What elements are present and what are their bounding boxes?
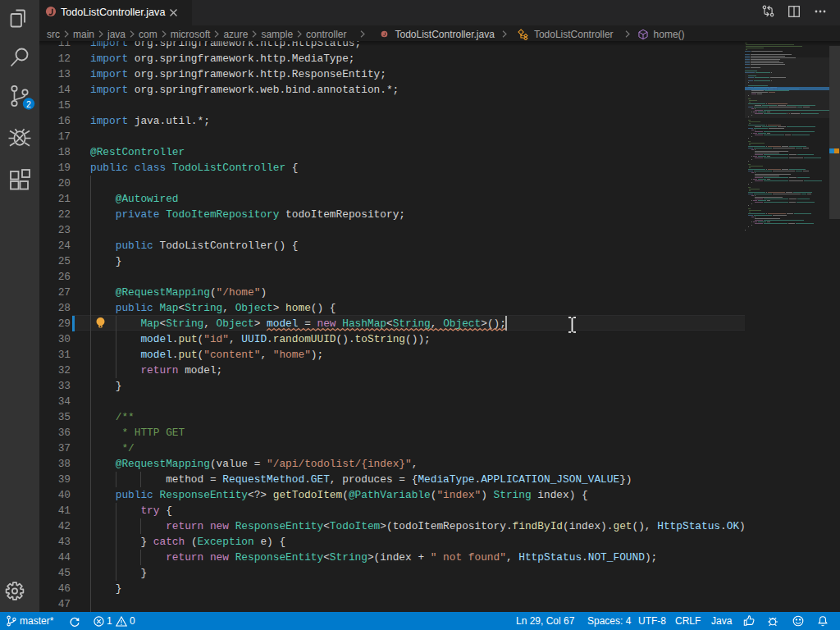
svg-text:2: 2: [26, 99, 31, 109]
